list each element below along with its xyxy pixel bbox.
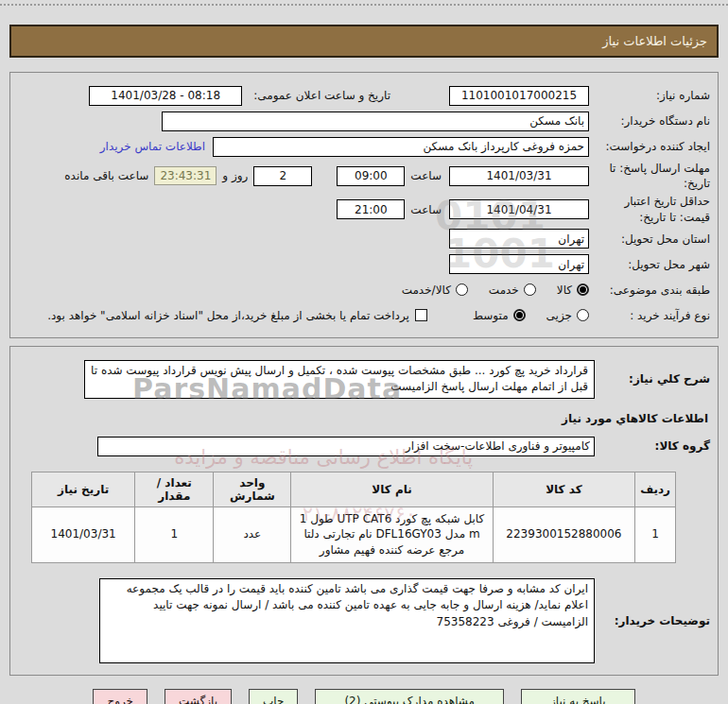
subject-class-label: طبقه بندی موضوعی: xyxy=(589,283,710,298)
announce-datetime-field[interactable] xyxy=(89,86,242,106)
radio-partial-label: جزیی xyxy=(546,309,572,322)
price-validity-hour-label: ساعت xyxy=(410,203,442,216)
city-label: شهر محل تحویل: xyxy=(589,257,710,272)
radio-option-goods[interactable]: کالا xyxy=(557,283,589,297)
buyer-contact-link[interactable]: اطلاعات تماس خریدار xyxy=(100,140,205,153)
row-subject-class: طبقه بندی موضوعی: کالا خدمت کالا/خدمت xyxy=(18,279,710,301)
page-title: جزئیات اطلاعات نیاز xyxy=(9,25,719,58)
treasury-checkbox[interactable] xyxy=(415,309,427,321)
row-request-creator: ایجاد کننده درخواست: اطلاعات تماس خریدار xyxy=(18,135,710,158)
col-header-item-name: نام کالا xyxy=(291,472,493,507)
row-need-number: شماره نیاز: تاریخ و ساعت اعلان عمومی: xyxy=(18,84,710,107)
col-header-item-code: کد کالا xyxy=(493,472,634,507)
radio-medium-label: متوسط xyxy=(473,309,509,322)
price-validity-date-field[interactable] xyxy=(449,199,589,219)
need-number-label: شماره نیاز: xyxy=(589,88,710,103)
purchase-type-label: نوع فرآیند خرید : xyxy=(589,308,710,323)
row-city: شهر محل تحویل: xyxy=(18,253,710,276)
buyer-org-field[interactable] xyxy=(162,112,589,131)
province-label: استان محل تحویل: xyxy=(589,232,710,247)
province-field[interactable] xyxy=(449,229,589,249)
radio-partial-icon[interactable] xyxy=(577,309,589,321)
radio-option-service[interactable]: خدمت xyxy=(489,283,536,297)
request-creator-label: ایجاد کننده درخواست: xyxy=(589,139,710,154)
days-and-label: روز و xyxy=(222,169,248,182)
row-purchase-type: نوع فرآیند خرید : جزیی متوسط پرداخت تمام… xyxy=(18,304,710,327)
reply-deadline-time-field[interactable] xyxy=(337,166,405,186)
need-description-box: قرارداد خرید پچ کورد ... طبق مشخصات پیوس… xyxy=(84,360,595,399)
goods-table: ردیف کد کالا نام کالا واحد شمارش تعداد /… xyxy=(31,472,676,563)
radio-goods-service-label: کالا/خدمت xyxy=(402,283,451,297)
row-province: استان محل تحویل: xyxy=(18,228,710,250)
reply-to-need-button[interactable]: پاسخ به نیاز xyxy=(521,689,635,704)
row-goods-group: گروه کالا: xyxy=(18,437,710,456)
col-header-need-date: تاریخ نیاز xyxy=(32,472,135,507)
reply-hour-label: ساعت xyxy=(410,169,442,182)
need-number-field[interactable] xyxy=(449,86,589,106)
need-info-panel: شماره نیاز: تاریخ و ساعت اعلان عمومی: نا… xyxy=(9,72,719,338)
cell-row-number: 1 xyxy=(635,507,676,562)
radio-goods-icon[interactable] xyxy=(577,283,589,296)
row-reply-deadline: مهلت ارسال پاسخ: تا تاریخ: ساعت روز و 23… xyxy=(18,161,710,191)
col-header-row-number: ردیف xyxy=(635,472,676,507)
table-row: 1 2239300152880006 کابل شبکه پچ کورد UTP… xyxy=(32,507,676,562)
radio-goods-service-icon[interactable] xyxy=(456,283,468,296)
goods-table-header-row: ردیف کد کالا نام کالا واحد شمارش تعداد /… xyxy=(32,472,676,507)
exit-button[interactable]: خروج xyxy=(93,689,147,704)
row-need-description: شرح کلي نیاز: قرارداد خرید پچ کورد ... ط… xyxy=(18,360,710,399)
price-validity-time-field[interactable] xyxy=(337,199,405,219)
buyer-notes-label: توضیحات خریدار: xyxy=(595,613,710,628)
request-creator-field[interactable] xyxy=(213,137,589,157)
cell-item-code: 2239300152880006 xyxy=(493,507,634,562)
days-remaining-field[interactable] xyxy=(253,166,312,186)
col-header-quantity: تعداد / مقدار xyxy=(135,472,214,507)
reply-deadline-date-field[interactable] xyxy=(449,166,589,186)
col-header-unit: واحد شمارش xyxy=(214,472,291,507)
cell-quantity: 1 xyxy=(135,507,214,562)
goods-group-field[interactable] xyxy=(97,437,595,456)
need-description-label: شرح کلي نیاز: xyxy=(595,371,710,386)
buyer-org-label: نام دستگاه خریدار: xyxy=(589,113,710,129)
city-field[interactable] xyxy=(449,254,589,274)
page-title-text: جزئیات اطلاعات نیاز xyxy=(602,34,707,48)
goods-panel: شرح کلي نیاز: قرارداد خرید پچ کورد ... ط… xyxy=(9,346,719,676)
announce-datetime-label: تاریخ و ساعت اعلان عمومی: xyxy=(250,88,390,103)
goods-info-header: اطلاعات کالاهاي مورد نیاز xyxy=(20,412,708,425)
cell-need-date: 1401/03/31 xyxy=(32,507,135,562)
cell-unit: عدد xyxy=(214,507,291,562)
top-dotted-divider xyxy=(0,4,728,6)
price-validity-label: حداقل تاریخ اعتبار قیمت: تا تاریخ: xyxy=(589,194,710,224)
buyer-notes-box: ایران کد مشابه و صرفا جهت قیمت گذاری می … xyxy=(99,578,595,663)
countdown-timer: 23:43:31 xyxy=(154,166,217,185)
action-buttons: پاسخ به نیاز مشاهده مدارک پیوستي (2) چاپ… xyxy=(0,689,728,704)
radio-option-medium[interactable]: متوسط xyxy=(473,309,526,322)
row-price-validity: حداقل تاریخ اعتبار قیمت: تا تاریخ: ساعت xyxy=(18,194,710,224)
radio-option-partial[interactable]: جزیی xyxy=(546,309,589,322)
goods-group-label: گروه کالا: xyxy=(595,438,710,454)
radio-option-goods-service[interactable]: کالا/خدمت xyxy=(402,283,468,297)
treasury-option[interactable]: پرداخت تمام یا بخشی از مبلغ خرید،از محل … xyxy=(47,309,427,322)
treasury-checkbox-label: پرداخت تمام یا بخشی از مبلغ خرید،از محل … xyxy=(47,309,409,322)
hours-remaining-label: ساعت باقی مانده xyxy=(64,169,148,182)
page: جزئیات اطلاعات نیاز شماره نیاز: تاریخ و … xyxy=(0,4,728,704)
row-buyer-notes: توضیحات خریدار: ایران کد مشابه و صرفا جه… xyxy=(18,578,710,663)
radio-medium-icon[interactable] xyxy=(513,309,526,321)
cell-item-name: کابل شبکه پچ کورد UTP CAT6 طول 1 m مدل D… xyxy=(291,507,493,562)
radio-service-icon[interactable] xyxy=(524,283,536,296)
print-button[interactable]: چاپ xyxy=(249,689,298,704)
reply-deadline-label: مهلت ارسال پاسخ: تا تاریخ: xyxy=(589,161,710,191)
view-attached-docs-button[interactable]: مشاهده مدارک پیوستي (2) xyxy=(315,689,504,704)
radio-goods-label: کالا xyxy=(557,283,572,297)
row-buyer-org: نام دستگاه خریدار: xyxy=(18,110,710,132)
back-button[interactable]: بازگشت xyxy=(165,689,232,704)
radio-service-label: خدمت xyxy=(489,283,519,297)
